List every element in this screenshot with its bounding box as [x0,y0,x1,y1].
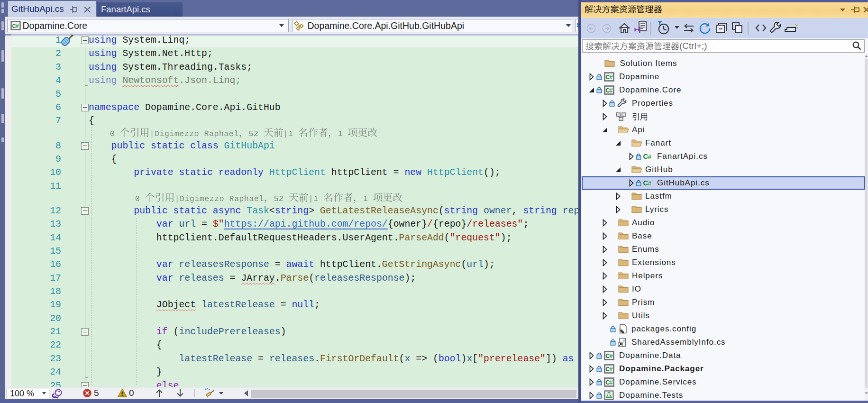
svg-text:#: # [648,153,652,160]
svg-text:#: # [609,87,612,94]
svg-text:#: # [609,74,612,81]
svg-text:#: # [623,339,625,343]
svg-text:#: # [16,23,19,29]
svg-text:#: # [609,353,612,359]
svg-text:#: # [609,366,612,373]
svg-text:#: # [609,379,612,386]
svg-text:#: # [648,180,652,187]
